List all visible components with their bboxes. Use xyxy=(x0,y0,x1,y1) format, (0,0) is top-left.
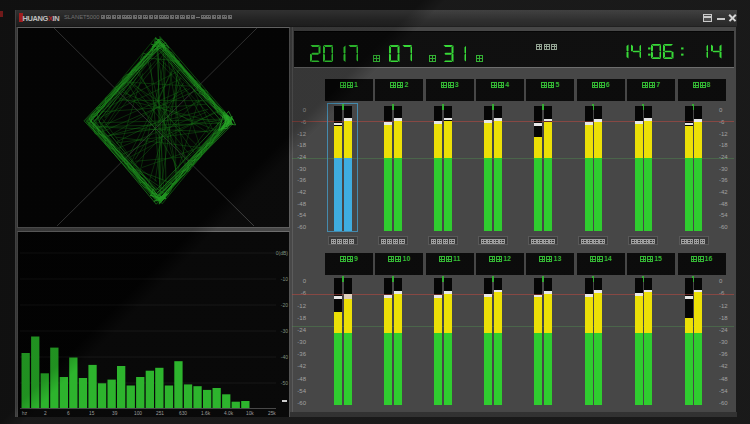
svg-text:15: 15 xyxy=(89,411,95,416)
svg-text:630: 630 xyxy=(179,411,187,416)
svg-text:-50: -50 xyxy=(280,380,287,386)
svg-text:25k: 25k xyxy=(268,411,276,416)
svg-text:39: 39 xyxy=(112,411,118,416)
svg-text:100: 100 xyxy=(134,411,142,416)
svg-text:-40: -40 xyxy=(280,354,287,360)
svg-text:4.0k: 4.0k xyxy=(224,411,234,416)
svg-text:2: 2 xyxy=(44,411,47,416)
svg-text:1.6k: 1.6k xyxy=(201,411,211,416)
svg-text:251: 251 xyxy=(156,411,164,416)
svg-text:-10: -10 xyxy=(280,276,287,282)
svg-text:6: 6 xyxy=(67,411,70,416)
svg-text:10k: 10k xyxy=(246,411,254,416)
svg-text:-20: -20 xyxy=(280,302,287,308)
svg-text:hz: hz xyxy=(22,411,28,416)
svg-text:0(dB): 0(dB) xyxy=(275,250,288,256)
svg-text:-30: -30 xyxy=(280,328,287,334)
